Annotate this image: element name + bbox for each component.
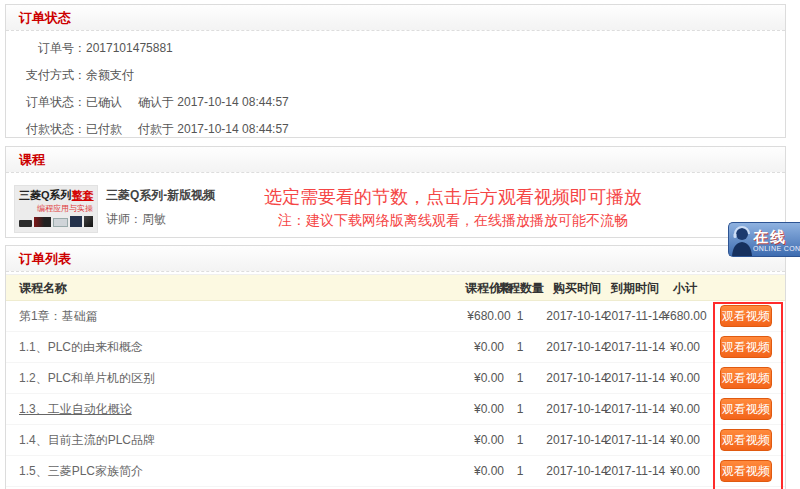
- badge-text: 在线 ONLINE CONS: [753, 228, 800, 252]
- row-quantity: 1: [495, 363, 545, 394]
- table-row: 1.5、三菱PLC家族简介 ¥0.00 1 2017-10-14 2017-11…: [6, 456, 785, 487]
- thumbnail-title-red: 整套: [72, 189, 94, 201]
- order-state-value: 已确认: [86, 95, 122, 109]
- row-course-name: 第1章：基础篇: [19, 301, 98, 332]
- course-panel: 课程 三菱Q系列整套 编程应用与实操 三菱Q系列-新版视频 讲师：周敏 选定需要…: [5, 146, 786, 238]
- table-row: 1.1、PLC的由来和概念 ¥0.00 1 2017-10-14 2017-11…: [6, 332, 785, 363]
- order-state-label: 订单状态：: [6, 89, 86, 116]
- column-quantity: 课程数量: [495, 275, 545, 301]
- row-subtotal: ¥0.00: [655, 456, 715, 487]
- plc-panel-image: [53, 218, 69, 227]
- watch-video-button[interactable]: 观看视频: [720, 305, 772, 327]
- badge-label-en: ONLINE CONS: [753, 245, 800, 252]
- watch-video-button[interactable]: 观看视频: [720, 398, 772, 420]
- table-body: 第1章：基础篇 ¥680.00 1 2017-10-14 2017-11-14 …: [6, 301, 785, 487]
- order-status-body: 订单号：2017101475881 支付方式：余额支付 订单状态：已确认确认于 …: [6, 31, 785, 143]
- payment-state-row: 付款状态：已付款付款于 2017-10-14 08:44:57: [6, 116, 785, 143]
- watch-video-button[interactable]: 观看视频: [720, 460, 772, 482]
- annotation-line2: 注：建议下载网络版离线观看，在线播放播放可能不流畅: [278, 212, 628, 230]
- order-number-value: 2017101475881: [86, 41, 173, 55]
- table-header-row: 课程名称 课程价格 课程数量 购买时间 到期时间 小计: [6, 274, 785, 301]
- row-course-name: 1.2、PLC和单片机的区别: [19, 363, 155, 394]
- annotation-line1: 选定需要看的节数，点击后方观看视频即可播放: [264, 185, 642, 209]
- payment-state-label: 付款状态：: [6, 116, 86, 143]
- column-course-name: 课程名称: [19, 275, 67, 301]
- watch-video-button[interactable]: 观看视频: [720, 367, 772, 389]
- column-subtotal: 小计: [655, 275, 715, 301]
- thumbnail-title: 三菱Q系列整套: [19, 188, 93, 203]
- plc-unit-image: [70, 216, 82, 227]
- order-state-time: 确认于 2017-10-14 08:44:57: [138, 95, 289, 109]
- plc-device-image: [19, 220, 32, 227]
- row-subtotal: ¥0.00: [655, 394, 715, 425]
- payment-state-time: 付款于 2017-10-14 08:44:57: [138, 122, 289, 136]
- operator-headset-icon: [729, 223, 753, 256]
- plc-module-image: [34, 217, 51, 227]
- order-list-panel: 订单列表 课程名称 课程价格 课程数量 购买时间 到期时间 小计 第1章：基础篇…: [5, 245, 786, 489]
- order-list-title: 订单列表: [6, 246, 785, 272]
- row-quantity: 1: [495, 456, 545, 487]
- course-thumbnail[interactable]: 三菱Q系列整套 编程应用与实操: [14, 185, 98, 233]
- payment-method-row: 支付方式：余额支付: [6, 62, 785, 89]
- course-teacher: 讲师：周敏: [106, 211, 166, 228]
- row-subtotal: ¥0.00: [655, 332, 715, 363]
- row-quantity: 1: [495, 394, 545, 425]
- payment-state-value: 已付款: [86, 122, 122, 136]
- order-state-row: 订单状态：已确认确认于 2017-10-14 08:44:57: [6, 89, 785, 116]
- row-course-name: 1.5、三菱PLC家族简介: [19, 456, 143, 487]
- thumbnail-product-images: [19, 216, 93, 227]
- table-row: 1.3、工业自动化概论 ¥0.00 1 2017-10-14 2017-11-1…: [6, 394, 785, 425]
- row-quantity: 1: [495, 332, 545, 363]
- order-status-title: 订单状态: [6, 5, 785, 31]
- course-title-header: 课程: [6, 147, 785, 173]
- order-number-row: 订单号：2017101475881: [6, 35, 785, 62]
- row-course-name[interactable]: 1.3、工业自动化概论: [19, 394, 132, 425]
- table-row: 1.2、PLC和单片机的区别 ¥0.00 1 2017-10-14 2017-1…: [6, 363, 785, 394]
- table-row: 1.4、目前主流的PLC品牌 ¥0.00 1 2017-10-14 2017-1…: [6, 425, 785, 456]
- order-number-label: 订单号：: [6, 35, 86, 62]
- online-consult-badge[interactable]: 在线 ONLINE CONS: [728, 222, 800, 257]
- row-quantity: 1: [495, 301, 545, 332]
- row-subtotal: ¥680.00: [655, 301, 715, 332]
- table-row: 第1章：基础篇 ¥680.00 1 2017-10-14 2017-11-14 …: [6, 301, 785, 332]
- plc-part-image: [84, 216, 93, 227]
- badge-label-cn: 在线: [753, 228, 800, 245]
- row-course-name: 1.4、目前主流的PLC品牌: [19, 425, 155, 456]
- row-course-name: 1.1、PLC的由来和概念: [19, 332, 143, 363]
- payment-method-label: 支付方式：: [6, 62, 86, 89]
- order-status-panel: 订单状态 订单号：2017101475881 支付方式：余额支付 订单状态：已确…: [5, 4, 786, 138]
- row-quantity: 1: [495, 425, 545, 456]
- course-name: 三菱Q系列-新版视频: [106, 187, 215, 204]
- payment-method-value: 余额支付: [86, 68, 134, 82]
- row-subtotal: ¥0.00: [655, 425, 715, 456]
- watch-video-button[interactable]: 观看视频: [720, 429, 772, 451]
- thumbnail-subtitle: 编程应用与实操: [19, 203, 93, 214]
- row-subtotal: ¥0.00: [655, 363, 715, 394]
- watch-video-button[interactable]: 观看视频: [720, 336, 772, 358]
- thumbnail-title-black: 三菱Q系列: [19, 189, 72, 201]
